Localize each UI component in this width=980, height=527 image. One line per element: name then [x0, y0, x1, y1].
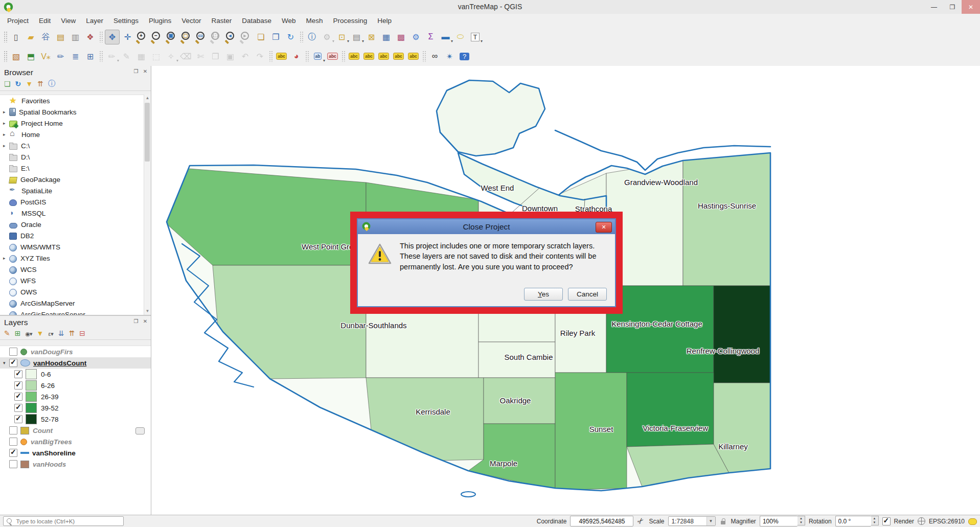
browser-item[interactable]: ArcGisFeatureServer [0, 309, 151, 315]
redo-icon[interactable]: ↷ [253, 50, 267, 63]
deselect-features-icon[interactable]: ⊠ [364, 30, 378, 44]
run-feature-action-icon[interactable]: ⚙▾ [320, 30, 334, 44]
vertex-tool-icon[interactable]: ✧▾ [164, 50, 178, 63]
undo-icon[interactable]: ↶ [238, 50, 252, 63]
show-hide-labels-icon[interactable]: ab▾ [311, 50, 325, 63]
browser-item[interactable]: DB2 [0, 230, 151, 241]
browser-item[interactable]: WFS [0, 275, 151, 286]
menu-item[interactable]: Web [277, 15, 301, 27]
filter-legend-icon[interactable] [37, 329, 44, 337]
class-checkbox[interactable] [14, 370, 22, 378]
layer-row[interactable]: vanBigTrees [0, 436, 151, 447]
browser-item[interactable]: WCS [0, 264, 151, 275]
menu-item[interactable]: Processing [328, 15, 373, 27]
delete-selected-icon[interactable]: ⌫ [179, 50, 193, 63]
data-source-manager-icon[interactable]: ▧ [9, 50, 23, 63]
menu-item[interactable]: Project [2, 15, 34, 27]
dialog-close-icon[interactable]: ✕ [596, 222, 612, 233]
remove-layer-icon[interactable] [79, 329, 85, 337]
properties-widget-icon[interactable] [48, 79, 55, 88]
field-calculator-icon[interactable]: ▩ [394, 30, 408, 44]
select-features-by-value-icon[interactable]: ▤▾ [350, 30, 363, 44]
processing-toolbox-icon[interactable]: ⚙ [409, 30, 423, 44]
layer-labeling-icon[interactable]: abc [275, 50, 288, 63]
layer-row-selected[interactable]: ▾ vanHoodsCount [0, 357, 151, 369]
scroll-up-icon[interactable]: ▲ [144, 95, 151, 102]
rotation-spinner[interactable]: ▲▼ [871, 516, 879, 525]
browser-item[interactable]: SpatiaLite [0, 185, 151, 196]
menu-item[interactable]: Help [372, 15, 397, 27]
layer-checkbox[interactable] [9, 348, 17, 356]
zoom-native-resolution-icon[interactable]: 1:1 [210, 30, 223, 44]
chevron-down-icon[interactable]: ▼ [706, 517, 715, 525]
layer-checkbox[interactable] [9, 438, 17, 446]
new-temporary-scratch-layer-icon[interactable]: ✏ [54, 50, 67, 63]
select-features-icon[interactable]: ⊡▾ [335, 30, 349, 44]
zoom-last-icon[interactable]: ◂ [224, 30, 238, 44]
browser-item[interactable]: ▸ Home [0, 129, 151, 140]
save-project-icon[interactable]: ⾕ [39, 30, 53, 44]
add-group-icon[interactable] [15, 329, 21, 337]
class-checkbox[interactable] [14, 415, 22, 423]
menu-item[interactable]: Raster [206, 15, 237, 27]
layer-checkbox[interactable] [9, 460, 17, 468]
filter-browser-icon[interactable] [26, 80, 33, 88]
pan-to-selection-icon[interactable]: ✛ [121, 30, 134, 44]
toggle-editing-icon[interactable]: ✎ [120, 50, 133, 63]
browser-item[interactable]: ▸ Project Home [0, 118, 151, 129]
open-attribute-table-icon[interactable]: ▦ [379, 30, 393, 44]
preview-mode-icon[interactable]: ∞ [428, 50, 442, 63]
toolbar-handle[interactable] [4, 31, 7, 42]
zoom-full-extent-icon[interactable]: ▣ [165, 30, 179, 44]
legend-class-row[interactable]: 6-26 [0, 380, 151, 391]
menu-item[interactable]: Layer [81, 15, 108, 27]
move-label-icon[interactable]: abc [362, 50, 376, 63]
maximize-button[interactable]: ❐ [943, 0, 962, 14]
statistical-summary-icon[interactable]: Σ [424, 30, 438, 44]
collapse-all-layers-icon[interactable] [69, 329, 75, 337]
browser-item[interactable]: ▸ XYZ Tiles [0, 253, 151, 264]
label-toolbar-extra-icon[interactable]: abc [406, 50, 420, 63]
magnifier-spinner[interactable]: ▲▼ [797, 516, 805, 525]
help-icon[interactable]: ? [458, 50, 471, 63]
layer-row[interactable]: Count [0, 425, 151, 436]
toolbar-handle[interactable] [4, 51, 7, 62]
current-edits-icon[interactable]: ✏▾ [105, 50, 119, 63]
browser-item[interactable]: GeoPackage [0, 174, 151, 185]
cut-features-icon[interactable]: ✄ [194, 50, 208, 63]
show-layout-manager-icon[interactable]: ▥ [69, 30, 82, 44]
expand-all-icon[interactable] [58, 329, 64, 337]
menu-item[interactable]: Edit [34, 15, 56, 27]
scale-combo[interactable]: 1:72848 ▼ [668, 516, 716, 526]
style-manager-icon[interactable]: ❖ [83, 30, 97, 44]
browser-item[interactable]: ▸ C:\ [0, 140, 151, 151]
new-mesh-layer-icon[interactable]: ≣ [69, 50, 82, 63]
yes-button[interactable]: Yes [524, 288, 563, 301]
open-layer-styling-icon[interactable] [4, 329, 10, 337]
new-virtual-layer-icon[interactable]: ⊞ [83, 50, 97, 63]
layer-checkbox[interactable] [9, 426, 17, 434]
pin-unpin-labels-icon[interactable]: abc [326, 50, 339, 63]
highlight-pinned-labels-icon[interactable]: abc [347, 50, 361, 63]
collapse-all-icon[interactable] [37, 80, 43, 88]
browser-item[interactable]: E:\ [0, 163, 151, 174]
locator-box[interactable] [3, 516, 124, 526]
browser-item[interactable]: D:\ [0, 151, 151, 163]
lock-scale-icon[interactable] [719, 517, 727, 525]
menu-item[interactable]: View [56, 15, 81, 27]
refresh-map-icon[interactable]: ↻ [284, 30, 298, 44]
dialog-title-bar[interactable]: Close Project ✕ [358, 219, 615, 234]
new-bookmark-icon[interactable]: ❏ [254, 30, 268, 44]
layer-diagram-icon[interactable]: ◕ [289, 50, 303, 63]
extents-toggle-icon[interactable] [637, 517, 645, 525]
browser-item[interactable]: ArcGisMapServer [0, 297, 151, 309]
zoom-to-layer-icon[interactable]: ▭ [195, 30, 209, 44]
browser-item[interactable]: PostGIS [0, 196, 151, 208]
zoom-to-selection-icon[interactable]: ▢ [180, 30, 194, 44]
class-checkbox[interactable] [14, 393, 22, 401]
layers-float-icon[interactable] [132, 318, 140, 324]
browser-item[interactable]: OWS [0, 286, 151, 297]
text-annotation-icon[interactable]: T▾ [468, 30, 482, 44]
magnifier-input[interactable] [760, 516, 797, 526]
menu-item[interactable]: Vector [176, 15, 206, 27]
